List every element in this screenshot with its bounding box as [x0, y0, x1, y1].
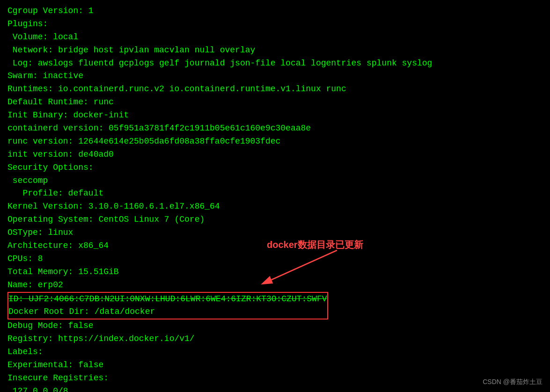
line-17: Operating System: CentOS Linux 7 (Core): [7, 213, 543, 226]
line-1: Cgroup Version: 1: [7, 5, 543, 18]
line-10: containerd version: 05f951a3781f4f2c1911…: [7, 122, 543, 135]
line-12: init version: de40ad0: [7, 148, 543, 161]
line-27: Labels:: [7, 346, 543, 359]
svg-line-1: [271, 250, 337, 280]
line-3: Volume: local: [7, 31, 543, 44]
line-23: ID: UJF2:4066:C7DB:N2UI:0NXW:LHUD:6LWR:6…: [8, 293, 327, 306]
line-8: Default Runtime: runc: [7, 96, 543, 109]
line-25: Debug Mode: false: [7, 319, 543, 333]
line-30: 127.0.0.0/8: [7, 385, 543, 392]
line-11: runc version: 12644e614e25b05da6fd08a38f…: [7, 135, 543, 148]
line-28: Experimental: false: [7, 359, 543, 372]
line-16: Kernel Version: 3.10.0-1160.6.1.el7.x86_…: [7, 200, 543, 213]
line-14: seccomp: [7, 174, 543, 188]
line-4: Network: bridge host ipvlan macvlan null…: [7, 44, 543, 57]
red-box-group: ID: UJF2:4066:C7DB:N2UI:0NXW:LHUD:6LWR:6…: [7, 292, 328, 320]
line-2: Plugins:: [7, 18, 543, 31]
line-7: Runtimes: io.containerd.runc.v2 io.conta…: [7, 83, 543, 96]
annotation-arrow-icon: [243, 248, 374, 285]
line-6: Swarm: inactive: [7, 70, 543, 83]
line-15: Profile: default: [7, 187, 543, 200]
line-26: Registry: https://index.docker.io/v1/: [7, 333, 543, 346]
line-9: Init Binary: docker-init: [7, 109, 543, 122]
line-24: Docker Root Dir: /data/docker: [8, 305, 327, 319]
line-5: Log: awslogs fluentd gcplogs gelf journa…: [7, 57, 543, 70]
line-13: Security Options:: [7, 161, 543, 174]
terminal-window: Cgroup Version: 1 Plugins: Volume: local…: [0, 0, 550, 392]
watermark: CSDN @番茄炸土豆: [483, 377, 543, 387]
line-29: Insecure Registries:: [7, 372, 543, 385]
